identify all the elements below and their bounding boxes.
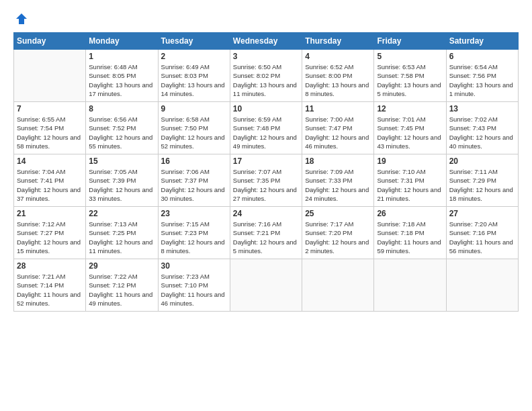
day-number: 4 <box>305 52 371 61</box>
calendar-cell: 8Sunrise: 6:56 AMSunset: 7:52 PMDaylight… <box>86 102 158 154</box>
calendar-cell: 23Sunrise: 7:15 AMSunset: 7:23 PMDayligh… <box>158 207 230 259</box>
day-number: 28 <box>17 261 83 271</box>
day-detail: Sunrise: 7:23 AMSunset: 7:10 PMDaylight:… <box>161 272 227 308</box>
calendar-cell: 5Sunrise: 6:53 AMSunset: 7:58 PMDaylight… <box>374 50 446 102</box>
weekday-header-row: SundayMondayTuesdayWednesdayThursdayFrid… <box>14 33 519 50</box>
day-detail: Sunrise: 6:53 AMSunset: 7:58 PMDaylight:… <box>377 62 443 98</box>
calendar-cell: 17Sunrise: 7:07 AMSunset: 7:35 PMDayligh… <box>230 154 302 207</box>
calendar-cell <box>230 259 302 312</box>
day-detail: Sunrise: 6:58 AMSunset: 7:50 PMDaylight:… <box>161 115 227 150</box>
calendar-cell: 6Sunrise: 6:54 AMSunset: 7:56 PMDaylight… <box>446 50 518 102</box>
calendar-cell: 1Sunrise: 6:48 AMSunset: 8:05 PMDaylight… <box>86 50 158 102</box>
calendar: SundayMondayTuesdayWednesdayThursdayFrid… <box>13 32 519 312</box>
day-number: 1 <box>89 52 154 61</box>
day-detail: Sunrise: 7:17 AMSunset: 7:20 PMDaylight:… <box>305 220 371 255</box>
calendar-cell: 15Sunrise: 7:05 AMSunset: 7:39 PMDayligh… <box>86 154 158 207</box>
day-detail: Sunrise: 6:48 AMSunset: 8:05 PMDaylight:… <box>89 62 154 98</box>
logo-icon <box>15 12 28 26</box>
calendar-cell: 27Sunrise: 7:20 AMSunset: 7:16 PMDayligh… <box>446 207 518 259</box>
day-number: 18 <box>305 156 371 166</box>
calendar-cell <box>302 259 374 312</box>
day-detail: Sunrise: 7:10 AMSunset: 7:31 PMDaylight:… <box>377 167 443 203</box>
calendar-week-row: 21Sunrise: 7:12 AMSunset: 7:27 PMDayligh… <box>14 207 519 259</box>
day-number: 27 <box>449 209 515 218</box>
day-detail: Sunrise: 7:16 AMSunset: 7:21 PMDaylight:… <box>233 220 299 255</box>
weekday-header: Friday <box>374 33 446 50</box>
day-detail: Sunrise: 7:04 AMSunset: 7:41 PMDaylight:… <box>17 167 83 203</box>
day-number: 23 <box>161 209 227 218</box>
calendar-cell <box>374 259 446 312</box>
day-detail: Sunrise: 6:56 AMSunset: 7:52 PMDaylight:… <box>89 115 154 150</box>
calendar-cell: 9Sunrise: 6:58 AMSunset: 7:50 PMDaylight… <box>158 102 230 154</box>
calendar-cell: 7Sunrise: 6:55 AMSunset: 7:54 PMDaylight… <box>14 102 86 154</box>
calendar-cell: 18Sunrise: 7:09 AMSunset: 7:33 PMDayligh… <box>302 154 374 207</box>
calendar-week-row: 28Sunrise: 7:21 AMSunset: 7:14 PMDayligh… <box>14 259 519 312</box>
calendar-cell: 22Sunrise: 7:13 AMSunset: 7:25 PMDayligh… <box>86 207 158 259</box>
day-number: 9 <box>161 104 227 113</box>
day-detail: Sunrise: 6:52 AMSunset: 8:00 PMDaylight:… <box>305 62 371 98</box>
day-detail: Sunrise: 7:09 AMSunset: 7:33 PMDaylight:… <box>305 167 371 203</box>
day-detail: Sunrise: 7:05 AMSunset: 7:39 PMDaylight:… <box>89 167 154 203</box>
calendar-week-row: 1Sunrise: 6:48 AMSunset: 8:05 PMDaylight… <box>14 50 519 102</box>
day-number: 3 <box>233 52 299 61</box>
day-detail: Sunrise: 7:02 AMSunset: 7:43 PMDaylight:… <box>449 115 515 150</box>
weekday-header: Thursday <box>302 33 374 50</box>
day-number: 7 <box>17 104 83 113</box>
calendar-cell: 16Sunrise: 7:06 AMSunset: 7:37 PMDayligh… <box>158 154 230 207</box>
day-detail: Sunrise: 6:49 AMSunset: 8:03 PMDaylight:… <box>161 62 227 98</box>
calendar-cell: 26Sunrise: 7:18 AMSunset: 7:18 PMDayligh… <box>374 207 446 259</box>
calendar-cell: 10Sunrise: 6:59 AMSunset: 7:48 PMDayligh… <box>230 102 302 154</box>
weekday-header: Wednesday <box>230 33 302 50</box>
calendar-cell: 24Sunrise: 7:16 AMSunset: 7:21 PMDayligh… <box>230 207 302 259</box>
calendar-cell: 14Sunrise: 7:04 AMSunset: 7:41 PMDayligh… <box>14 154 86 207</box>
calendar-cell: 4Sunrise: 6:52 AMSunset: 8:00 PMDaylight… <box>302 50 374 102</box>
day-number: 10 <box>233 104 299 113</box>
weekday-header: Tuesday <box>158 33 230 50</box>
day-number: 8 <box>89 104 154 113</box>
day-detail: Sunrise: 6:54 AMSunset: 7:56 PMDaylight:… <box>449 62 515 98</box>
day-number: 24 <box>233 209 299 218</box>
calendar-cell: 2Sunrise: 6:49 AMSunset: 8:03 PMDaylight… <box>158 50 230 102</box>
day-number: 12 <box>377 104 443 113</box>
weekday-header: Saturday <box>446 33 518 50</box>
day-detail: Sunrise: 7:21 AMSunset: 7:14 PMDaylight:… <box>17 272 83 308</box>
calendar-week-row: 7Sunrise: 6:55 AMSunset: 7:54 PMDaylight… <box>14 102 519 154</box>
weekday-header: Sunday <box>14 33 86 50</box>
day-number: 16 <box>161 156 227 166</box>
day-detail: Sunrise: 7:20 AMSunset: 7:16 PMDaylight:… <box>449 220 515 255</box>
calendar-cell <box>446 259 518 312</box>
day-number: 15 <box>89 156 154 166</box>
day-detail: Sunrise: 7:13 AMSunset: 7:25 PMDaylight:… <box>89 220 154 255</box>
svg-marker-0 <box>16 13 27 24</box>
header <box>13 12 519 26</box>
day-number: 29 <box>89 261 154 271</box>
day-detail: Sunrise: 6:59 AMSunset: 7:48 PMDaylight:… <box>233 115 299 150</box>
day-detail: Sunrise: 7:15 AMSunset: 7:23 PMDaylight:… <box>161 220 227 255</box>
calendar-cell: 19Sunrise: 7:10 AMSunset: 7:31 PMDayligh… <box>374 154 446 207</box>
day-number: 6 <box>449 52 515 61</box>
calendar-cell: 25Sunrise: 7:17 AMSunset: 7:20 PMDayligh… <box>302 207 374 259</box>
calendar-week-row: 14Sunrise: 7:04 AMSunset: 7:41 PMDayligh… <box>14 154 519 207</box>
calendar-cell: 12Sunrise: 7:01 AMSunset: 7:45 PMDayligh… <box>374 102 446 154</box>
day-number: 25 <box>305 209 371 218</box>
day-number: 19 <box>377 156 443 166</box>
calendar-cell: 11Sunrise: 7:00 AMSunset: 7:47 PMDayligh… <box>302 102 374 154</box>
day-detail: Sunrise: 7:01 AMSunset: 7:45 PMDaylight:… <box>377 115 443 150</box>
day-detail: Sunrise: 7:18 AMSunset: 7:18 PMDaylight:… <box>377 220 443 255</box>
day-number: 13 <box>449 104 515 113</box>
day-detail: Sunrise: 7:11 AMSunset: 7:29 PMDaylight:… <box>449 167 515 203</box>
calendar-cell: 3Sunrise: 6:50 AMSunset: 8:02 PMDaylight… <box>230 50 302 102</box>
calendar-cell: 20Sunrise: 7:11 AMSunset: 7:29 PMDayligh… <box>446 154 518 207</box>
day-detail: Sunrise: 6:50 AMSunset: 8:02 PMDaylight:… <box>233 62 299 98</box>
page: SundayMondayTuesdayWednesdayThursdayFrid… <box>0 0 532 411</box>
calendar-cell: 13Sunrise: 7:02 AMSunset: 7:43 PMDayligh… <box>446 102 518 154</box>
day-detail: Sunrise: 7:12 AMSunset: 7:27 PMDaylight:… <box>17 220 83 255</box>
day-detail: Sunrise: 6:55 AMSunset: 7:54 PMDaylight:… <box>17 115 83 150</box>
day-number: 20 <box>449 156 515 166</box>
calendar-cell <box>14 50 86 102</box>
day-number: 14 <box>17 156 83 166</box>
day-detail: Sunrise: 7:22 AMSunset: 7:12 PMDaylight:… <box>89 272 154 308</box>
calendar-cell: 28Sunrise: 7:21 AMSunset: 7:14 PMDayligh… <box>14 259 86 312</box>
day-number: 17 <box>233 156 299 166</box>
day-detail: Sunrise: 7:06 AMSunset: 7:37 PMDaylight:… <box>161 167 227 203</box>
